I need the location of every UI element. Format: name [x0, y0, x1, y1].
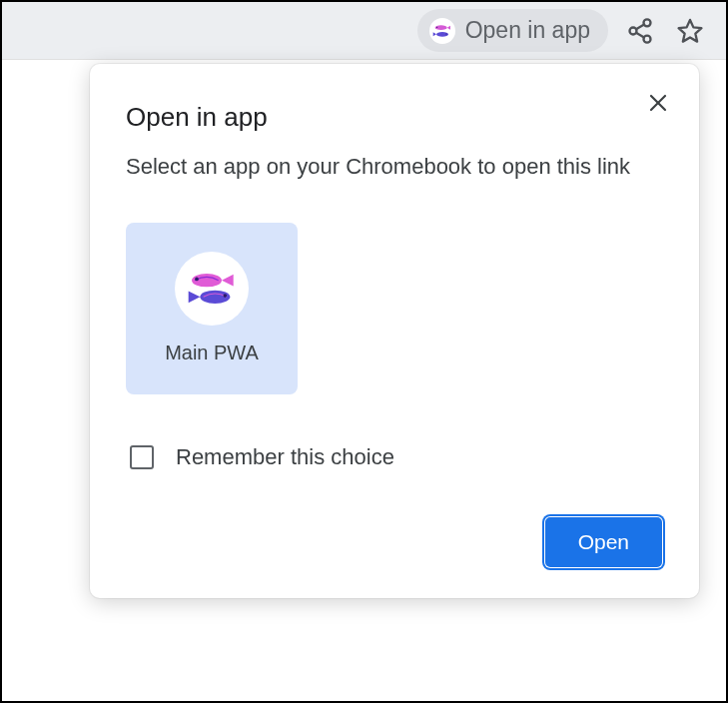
- app-name-label: Main PWA: [165, 342, 259, 364]
- svg-marker-11: [679, 19, 702, 41]
- remember-label: Remember this choice: [176, 444, 394, 470]
- remember-choice-row: Remember this choice: [126, 444, 663, 470]
- svg-marker-4: [432, 32, 435, 36]
- svg-marker-18: [189, 292, 201, 304]
- svg-point-7: [630, 27, 637, 34]
- svg-line-9: [636, 24, 644, 29]
- remember-checkbox[interactable]: [130, 445, 154, 469]
- dialog-title: Open in app: [126, 102, 663, 133]
- svg-point-5: [445, 33, 446, 34]
- open-button[interactable]: Open: [544, 516, 663, 568]
- svg-line-10: [636, 32, 644, 37]
- svg-point-8: [644, 35, 651, 42]
- svg-point-2: [436, 26, 437, 27]
- pwa-app-icon: [175, 252, 249, 326]
- svg-marker-1: [446, 25, 449, 29]
- omnibox-bar: Open in app: [2, 2, 726, 60]
- app-tile-main-pwa[interactable]: Main PWA: [126, 223, 298, 394]
- open-in-app-dialog: Open in app Select an app on your Chrome…: [90, 64, 699, 598]
- dialog-actions: Open: [126, 516, 663, 568]
- star-icon[interactable]: [672, 13, 708, 49]
- open-in-app-pill[interactable]: Open in app: [417, 9, 608, 52]
- share-icon[interactable]: [622, 13, 658, 49]
- pwa-app-icon: [429, 18, 455, 44]
- svg-point-16: [195, 278, 199, 282]
- svg-point-6: [644, 19, 651, 26]
- svg-point-19: [224, 295, 228, 299]
- close-icon[interactable]: [643, 88, 673, 118]
- app-list: Main PWA: [126, 223, 663, 394]
- pill-label: Open in app: [465, 17, 590, 44]
- dialog-subtitle: Select an app on your Chromebook to open…: [126, 151, 645, 183]
- svg-marker-15: [222, 275, 234, 287]
